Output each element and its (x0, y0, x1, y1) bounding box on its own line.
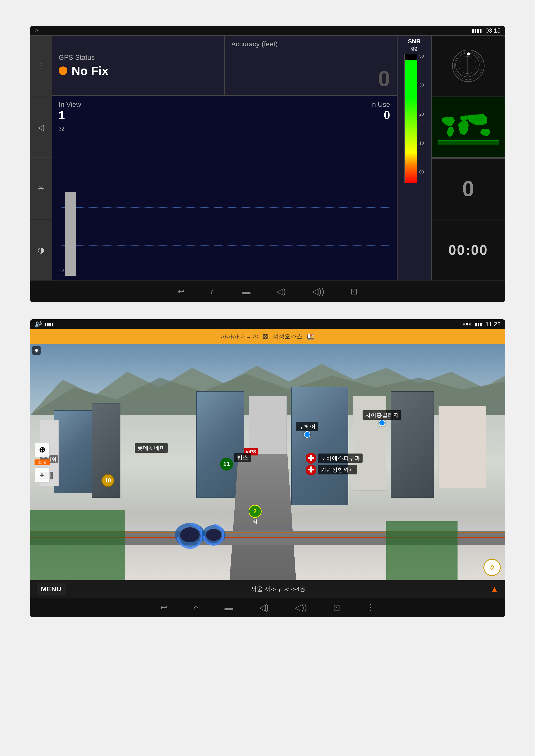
poi-ku-hair[interactable]: 쿠헤어 (296, 422, 318, 438)
nav-home-icon[interactable]: ⌂ (211, 286, 216, 296)
satellite-panel: In View 1 In Use 0 3 (52, 96, 397, 281)
svg-point-20 (206, 529, 221, 541)
snr-label: SNR (408, 38, 421, 45)
top-info-row: GPS Status No Fix Accuracy (feet) 0 (52, 35, 397, 96)
snr-tick-20: 20 (419, 112, 424, 117)
gps-status-screen: ○ ▮▮▮▮ 03:15 ⋮ ◁ ✳ ◑ GPS Status (30, 26, 505, 302)
sat-number-32: 32 (59, 126, 65, 132)
in-use-label: In Use (370, 100, 390, 109)
road-badge-11-container: 11 (220, 458, 233, 471)
ad-icon: ☒ (263, 333, 268, 340)
nav-bar-2: ↩ ⌂ ▬ ◁) ◁)) ⊡ ⋮ (30, 598, 505, 617)
poi-vibs[interactable]: 빕스 (234, 453, 251, 462)
station-container[interactable]: 2 역 (249, 505, 262, 525)
snr-top-value: 99 (411, 46, 417, 52)
dashed-line-3 (59, 245, 390, 246)
left-buttons-panel: ⋮ ◁ ✳ ◑ (30, 35, 52, 281)
star-button[interactable]: ✳ (30, 158, 52, 219)
road-number-11: 11 (220, 458, 233, 471)
settings-button[interactable]: ◑ (30, 220, 52, 281)
nav-volume-up-icon[interactable]: ◁)) (312, 286, 324, 296)
nav2-back-icon[interactable]: ↩ (160, 602, 167, 612)
roundabout-svg (173, 509, 227, 552)
snr-tick-30: 30 (419, 83, 424, 88)
nav-bar-1: ↩ ⌂ ▬ ◁) ◁)) ⊡ (30, 281, 505, 302)
wifi-icon: ▿▾▿ (463, 321, 471, 328)
status-left: 🔊 ▮▮▮▮ (35, 321, 54, 328)
poi-label-kuhair: 쿠헤어 (296, 422, 318, 431)
kirin-row: ✚ 기린성형외과 (306, 465, 357, 475)
compass-circle (452, 50, 485, 82)
nav2-home-icon[interactable]: ⌂ (193, 603, 199, 612)
green-area-left (30, 510, 125, 580)
zoom-in-button[interactable]: + (35, 467, 50, 482)
gps-signal-box: ⊕ (32, 346, 41, 355)
nav-screenshot-icon[interactable]: ⊡ (350, 286, 358, 296)
menu-button[interactable]: ⋮ (30, 35, 52, 96)
ad-banner[interactable]: 까까까 어디야 ☒ 생생오카스 🍱 (30, 329, 505, 344)
snr-bar-fill (405, 60, 417, 183)
ad-sponsor: 생생오카스 (272, 333, 302, 341)
signal-bars: ▮▮▮▮ (44, 322, 54, 327)
nav2-screenshot-icon[interactable]: ⊡ (333, 602, 340, 612)
timer-value: 00:00 (448, 242, 488, 258)
poi-nova-container[interactable]: ✚ 노바에스피부과 ✚ 기린성형외과 (306, 453, 363, 475)
accuracy-value: 0 (231, 66, 390, 91)
nova-row: ✚ 노바에스피부과 (306, 453, 363, 464)
speed-panel: 0 (432, 158, 505, 219)
nav2-volume-up-icon[interactable]: ◁)) (295, 602, 307, 612)
speed-value: 0 (462, 176, 474, 201)
content-column: GPS Status No Fix Accuracy (feet) 0 (52, 35, 397, 281)
nav-back-icon[interactable]: ↩ (177, 286, 185, 296)
status-bar-2: 🔊 ▮▮▮▮ ▿▾▿ ▮▮▮ 11:22 (30, 319, 505, 329)
poi-label-chaihong: 차이홍칼리지 (363, 410, 401, 419)
sat-number-12: 12 (59, 268, 65, 274)
in-use-value: 0 (370, 109, 390, 122)
chaihong-pin (379, 419, 385, 426)
volume-icon: 🔊 (35, 321, 42, 328)
status-left-icon: ○ (35, 27, 38, 34)
nav-volume-icon[interactable]: ◁) (276, 286, 286, 296)
gps-status-dot (59, 67, 67, 75)
gps-signal-icon: ⊕ (34, 347, 39, 354)
nav-recents-icon[interactable]: ▬ (242, 286, 251, 296)
poi-lotte-cinema[interactable]: 롯데시네마 (135, 444, 168, 453)
road-number-10: 10 (101, 474, 114, 487)
building-right-4 (438, 406, 486, 488)
cross-badge-1: ✚ (306, 453, 316, 464)
in-view-use-row: In View 1 In Use 0 (59, 100, 390, 122)
map-bottom-bar: MENU 서울 서초구 서초4동 ▲ (30, 580, 505, 598)
poi-label-nova: 노바에스피부과 (318, 453, 363, 463)
right-panels: 0 00:00 (432, 35, 505, 281)
poi-chai-hong[interactable]: 차이홍칼리지 (363, 410, 401, 426)
speed-oval: 0 (483, 559, 501, 576)
main-road-vertical (230, 454, 296, 580)
compass-dot (467, 52, 470, 55)
snr-tick-10: 10 (419, 141, 424, 146)
gps-center-button[interactable]: ⊕ (35, 442, 50, 457)
nav2-more-icon[interactable]: ⋮ (366, 602, 375, 612)
accuracy-box: Accuracy (feet) 0 (224, 35, 397, 96)
battery-indicator-2: ▮▮▮ (475, 321, 482, 327)
roundabout-area (173, 509, 227, 552)
gps-fix-text: No Fix (71, 64, 109, 78)
menu-button-2[interactable]: MENU (37, 583, 66, 595)
svg-rect-13 (437, 140, 499, 145)
snr-tick-labels: 50 30 20 10 00 (419, 54, 424, 175)
snr-section: SNR 99 50 30 20 10 00 (397, 35, 432, 281)
svg-point-18 (180, 527, 200, 542)
navigation-arrow[interactable]: ▲ (491, 584, 498, 594)
in-view-value: 1 (59, 109, 81, 122)
nav2-volume-icon[interactable]: ◁) (259, 602, 269, 612)
back-nav-button[interactable]: ◁ (30, 97, 52, 158)
map-left-controls: ⊕ 25m + (35, 442, 50, 482)
nav2-recents-icon[interactable]: ▬ (225, 603, 233, 612)
building-right-1 (291, 387, 348, 505)
ad-food-icon: 🍱 (307, 333, 314, 340)
green-area-right (386, 521, 458, 580)
map-container[interactable]: ⊕ 롯데시네마 쿠헤어 차이홍칼리지 ViPS 빕스 ✚ 노바에스피부과 (30, 344, 505, 580)
in-view-label: In View (59, 100, 81, 109)
in-view-section: In View 1 (59, 100, 81, 122)
satellite-graph: 32 12 (59, 123, 390, 276)
snr-tick-50: 50 (419, 54, 424, 59)
